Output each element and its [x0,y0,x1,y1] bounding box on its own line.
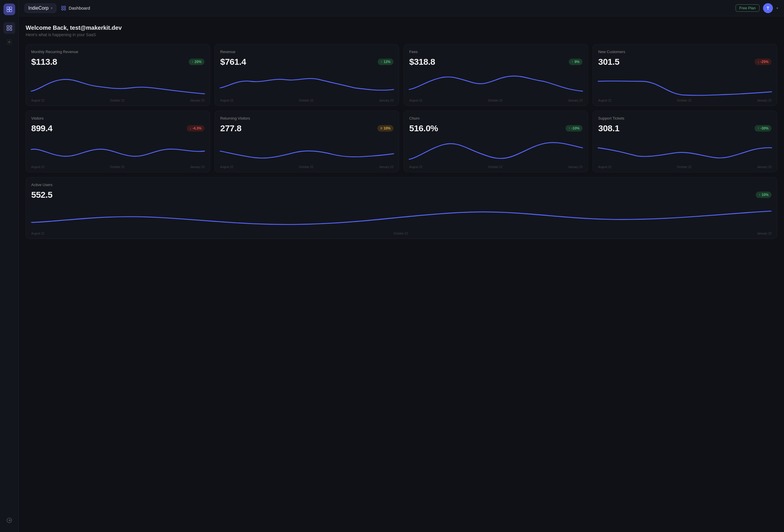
sidebar-bottom [3,514,15,529]
metric-badge-text-7: -30% [760,126,768,130]
chart-label-6-0: August 22 [409,165,422,169]
metric-badge-1: ↑ 12% [378,59,393,65]
chart-label-1-2: January 23 [379,99,393,102]
chart-label-7-1: October 22 [677,165,691,169]
metrics-grid-row2: Visitors 899.4 ↓ -4.3% August 22 Octob [26,111,777,172]
metric-badge-0: ↑ 20% [189,59,204,65]
metric-badge-2: ↑ 9% [569,59,583,65]
svg-rect-11 [64,6,66,7]
metric-chart-0 [31,72,204,98]
chart-label-0-2: January 23 [190,99,204,102]
metric-chart-5 [220,138,393,164]
metric-label-0: Monthly Recurring Revenue [31,50,204,54]
sidebar-item-dashboard[interactable] [3,22,15,34]
metric-value-0: $113.8 [31,57,57,67]
chart-label-2-0: August 22 [409,99,422,102]
avatar-chevron-icon[interactable]: ▾ [777,6,778,10]
chart-labels-6: August 22 October 22 January 23 [409,165,583,169]
nav-title: Dashboard [68,5,90,10]
svg-rect-10 [62,6,63,7]
active-users-label: Active Users [31,183,772,187]
metric-arrow-1: ↑ [381,60,382,64]
metric-value-row-4: 899.4 ↓ -4.3% [31,123,204,133]
main-area: IndieCorp ▾ Dashboard Free Plan T ▾ Welc… [19,0,784,532]
svg-point-8 [8,41,10,43]
metric-value-5: 277.8 [220,123,242,133]
svg-rect-6 [7,29,8,30]
chart-label-1-1: October 22 [299,99,313,102]
metric-chart-4 [31,138,204,164]
metric-arrow-6: ↑ [568,126,570,130]
metrics-grid-row1: Monthly Recurring Revenue $113.8 ↑ 20% A… [26,44,777,106]
metric-card-4: Visitors 899.4 ↓ -4.3% August 22 Octob [26,111,210,172]
metric-value-row-7: 308.1 ↑ -30% [598,123,772,133]
svg-rect-2 [7,10,9,12]
chart-label-2-2: January 23 [568,99,583,102]
metric-value-row-2: $318.8 ↑ 9% [409,57,583,67]
svg-rect-5 [10,26,11,27]
metric-badge-7: ↑ -30% [755,125,772,132]
metric-card-1: Revenue $761.4 ↑ 12% August 22 October [215,44,399,106]
svg-rect-13 [64,8,66,10]
chart-labels-7: August 22 October 22 January 23 [598,165,772,169]
metric-label-3: New Customers [598,50,772,54]
active-users-chart [31,204,772,231]
au-label-1: August 22 [31,232,44,235]
metric-badge-3: ↓ -25% [755,59,772,65]
metric-value-1: $761.4 [220,57,246,67]
chart-label-6-1: October 22 [488,165,502,169]
chart-label-3-0: August 22 [598,99,611,102]
metric-badge-text-1: 12% [384,60,391,64]
metric-label-4: Visitors [31,116,204,120]
metric-card-0: Monthly Recurring Revenue $113.8 ↑ 20% A… [26,44,210,106]
chart-label-6-2: January 23 [568,165,583,169]
metric-chart-1 [220,72,393,98]
welcome-title: Welcome Back, test@makerkit.dev [26,25,777,31]
welcome-section: Welcome Back, test@makerkit.dev Here's w… [26,25,777,37]
metric-badge-text-3: -25% [760,60,768,64]
svg-rect-3 [9,10,11,12]
metric-label-6: Churn [409,116,583,120]
content-area: Welcome Back, test@makerkit.dev Here's w… [19,16,784,532]
metric-badge-text-5: 10% [384,126,391,130]
chart-label-1-0: August 22 [220,99,233,102]
org-selector[interactable]: IndieCorp ▾ [25,3,56,13]
avatar[interactable]: T [763,3,773,13]
sidebar-item-settings[interactable] [3,36,15,48]
metric-chart-7 [598,138,772,164]
chart-label-4-0: August 22 [31,165,44,169]
chart-labels-2: August 22 October 22 January 23 [409,99,583,102]
svg-rect-12 [62,8,63,10]
chart-label-2-1: October 22 [488,99,502,102]
sidebar-arrow-icon[interactable] [3,514,15,526]
metric-value-row-1: $761.4 ↑ 12% [220,57,393,67]
metric-value-2: $318.8 [409,57,435,67]
metric-label-1: Revenue [220,50,393,54]
metric-value-row-6: 516.0% ↑ -10% [409,123,583,133]
svg-rect-0 [7,7,9,9]
chart-label-5-2: January 23 [379,165,393,169]
metric-badge-4: ↓ -4.3% [187,125,204,132]
metric-label-2: Fees [409,50,583,54]
metric-value-6: 516.0% [409,123,438,133]
chart-label-3-1: October 22 [677,99,691,102]
chart-labels-3: August 22 October 22 January 23 [598,99,772,102]
active-users-badge: ↑ 10% [756,192,772,198]
metric-arrow-4: ↓ [190,126,191,130]
active-users-card: Active Users 552.5 ↑ 10% [26,177,777,239]
metric-badge-text-0: 20% [195,60,201,64]
org-chevron-icon: ▾ [51,6,53,10]
sidebar [0,0,19,532]
chart-label-7-0: August 22 [598,165,611,169]
chart-labels-5: August 22 October 22 January 23 [220,165,393,169]
free-plan-badge[interactable]: Free Plan [735,4,759,12]
logo[interactable] [3,3,15,15]
metric-arrow-3: ↓ [757,60,759,64]
active-users-badge-arrow: ↑ [759,193,760,197]
active-users-value-row: 552.5 ↑ 10% [31,190,772,200]
topbar: IndieCorp ▾ Dashboard Free Plan T ▾ [19,0,784,16]
chart-labels-0: August 22 October 22 January 23 [31,99,204,102]
chart-label-4-2: January 23 [190,165,204,169]
chart-label-0-0: August 22 [31,99,44,102]
metric-label-7: Support Tickets [598,116,772,120]
